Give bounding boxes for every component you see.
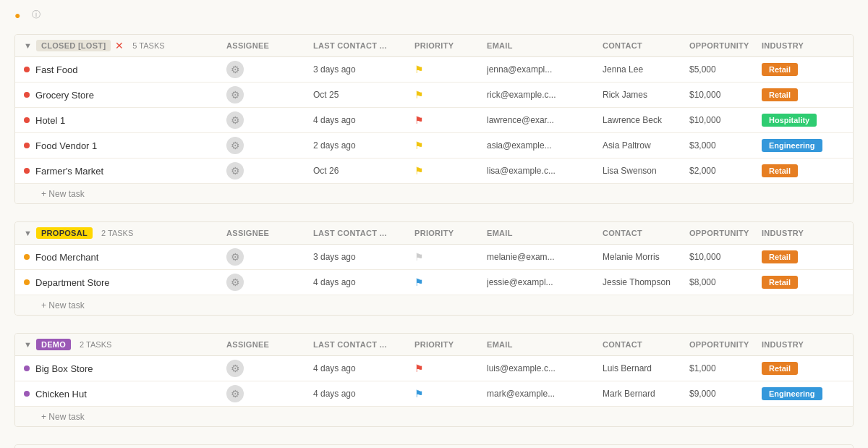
industry-badge: Hospitality xyxy=(762,114,817,127)
assignee-cell: ⚙ xyxy=(226,274,313,291)
email-value: mark@example... xyxy=(487,389,603,399)
grid-view-icon[interactable]: ⊞ xyxy=(848,40,854,51)
priority-cell: ⚑ xyxy=(414,251,487,263)
last-contact-value: 4 days ago xyxy=(313,277,414,287)
assignee-cell: ⚙ xyxy=(226,86,313,103)
assignee-cell: ⚙ xyxy=(226,137,313,154)
priority-cell: ⚑ xyxy=(414,276,487,288)
last-contact-value: 3 days ago xyxy=(313,64,414,75)
section-qualified-prospect: ▼QUALIFIED PROSPECT2 TASKSASSIGNEELAST C… xyxy=(14,444,854,448)
table-row[interactable]: Food Merchant⚙3 days ago⚑melanie@exam...… xyxy=(15,245,853,270)
row-name-cell: Big Box Store xyxy=(24,363,226,374)
col-header-contact: CONTACT xyxy=(603,340,689,349)
row-name-cell: Farmer's Market xyxy=(24,166,226,177)
table-row[interactable]: Fast Food⚙3 days ago⚑jenna@exampl...Jenn… xyxy=(15,57,853,83)
row-name-cell: Department Store xyxy=(24,277,226,288)
priority-cell: ⚑ xyxy=(414,165,487,177)
status-dot xyxy=(24,279,30,285)
table-row[interactable]: Farmer's Market⚙Oct 26⚑lisa@example.c...… xyxy=(15,159,853,184)
industry-cell: Retail xyxy=(762,164,848,177)
collapse-icon[interactable]: ▼ xyxy=(24,229,32,237)
opportunity-value: $10,000 xyxy=(689,115,762,125)
priority-cell: ⚑ xyxy=(414,89,487,101)
assignee-cell: ⚙ xyxy=(226,385,313,402)
grid-view-icon[interactable]: ⊞ xyxy=(848,227,854,239)
opportunity-value: $10,000 xyxy=(689,90,762,100)
col-header-last_contact: LAST CONTACT ... xyxy=(313,229,414,237)
industry-badge: Retail xyxy=(762,164,798,177)
industry-cell: Engineering xyxy=(762,387,848,400)
table-row[interactable]: Department Store⚙4 days ago⚑jessie@examp… xyxy=(15,270,853,295)
col-header-assignee: ASSIGNEE xyxy=(226,41,313,50)
email-value: asia@example... xyxy=(487,140,603,151)
col-header-last_contact: LAST CONTACT ... xyxy=(313,41,414,50)
opportunity-value: $10,000 xyxy=(689,252,762,262)
grid-view-icon[interactable]: ⊞ xyxy=(848,339,854,350)
email-value: lawrence@exar... xyxy=(487,115,603,125)
deal-name: Department Store xyxy=(35,277,110,288)
table-row[interactable]: Big Box Store⚙4 days ago⚑luis@example.c.… xyxy=(15,356,853,381)
email-value: luis@example.c... xyxy=(487,363,603,373)
avatar: ⚙ xyxy=(226,137,244,154)
priority-cell: ⚑ xyxy=(414,64,487,75)
industry-badge: Engineering xyxy=(762,139,822,152)
col-header-email: EMAIL xyxy=(487,340,603,349)
status-dot xyxy=(24,143,30,148)
avatar-gear-icon: ⚙ xyxy=(231,64,240,75)
col-header-email: EMAIL xyxy=(487,41,603,50)
status-dot xyxy=(24,92,30,98)
status-dot xyxy=(24,254,30,260)
deal-name: Hotel 1 xyxy=(35,115,65,126)
new-task-link[interactable]: + New task xyxy=(41,189,85,199)
industry-cell: Retail xyxy=(762,88,848,101)
industry-badge: Retail xyxy=(762,362,798,375)
deal-name: Grocery Store xyxy=(35,90,94,101)
opportunity-value: $3,000 xyxy=(689,140,762,151)
pipeline-icon: ● xyxy=(14,9,20,21)
col-header-opportunity: OPPORTUNITY xyxy=(689,340,762,349)
section-demo: ▼DEMO2 TASKSASSIGNEELAST CONTACT ...PRIO… xyxy=(14,333,854,427)
table-row[interactable]: Chicken Hut⚙4 days ago⚑mark@example...Ma… xyxy=(15,381,853,407)
priority-cell: ⚑ xyxy=(414,388,487,400)
deal-name: Food Merchant xyxy=(35,252,98,263)
avatar: ⚙ xyxy=(226,61,244,78)
col-header-priority: PRIORITY xyxy=(414,41,487,50)
new-task-button[interactable] xyxy=(46,14,55,17)
table-row[interactable]: Grocery Store⚙Oct 25⚑rick@example.c...Ri… xyxy=(15,83,853,108)
task-count: 2 TASKS xyxy=(101,229,133,237)
table-row[interactable]: Hotel 1⚙4 days ago⚑lawrence@exar...Lawre… xyxy=(15,108,853,133)
email-value: melanie@exam... xyxy=(487,252,603,262)
section-title-area: ▼DEMO2 TASKS xyxy=(24,339,226,350)
industry-cell: Retail xyxy=(762,276,848,289)
assignee-cell: ⚙ xyxy=(226,61,313,78)
priority-cell: ⚑ xyxy=(414,140,487,151)
avatar: ⚙ xyxy=(226,360,244,377)
collapse-icon[interactable]: ▼ xyxy=(24,41,32,50)
avatar-gear-icon: ⚙ xyxy=(231,276,240,288)
new-task-row: + New task xyxy=(15,295,853,315)
assignee-cell: ⚙ xyxy=(226,360,313,377)
industry-cell: Retail xyxy=(762,362,848,375)
col-header-opportunity: OPPORTUNITY xyxy=(689,229,762,237)
deal-name: Chicken Hut xyxy=(35,389,87,400)
section-title-area: ▼CLOSED [LOST]✕5 TASKS xyxy=(24,40,226,51)
avatar-gear-icon: ⚙ xyxy=(231,140,240,151)
close-icon[interactable]: ✕ xyxy=(115,40,124,51)
priority-flag-icon: ⚑ xyxy=(414,276,424,288)
contact-value: Mark Bernard xyxy=(603,389,689,399)
row-name-cell: Food Merchant xyxy=(24,252,226,263)
opportunity-value: $8,000 xyxy=(689,277,762,287)
avatar: ⚙ xyxy=(226,86,244,103)
contact-value: Lisa Swenson xyxy=(603,166,689,176)
deal-name: Fast Food xyxy=(35,64,78,75)
section-title-area: ▼PROPOSAL2 TASKS xyxy=(24,227,226,239)
industry-badge: Engineering xyxy=(762,387,822,400)
new-task-link[interactable]: + New task xyxy=(41,300,85,310)
new-task-link[interactable]: + New task xyxy=(41,412,85,422)
collapse-icon[interactable]: ▼ xyxy=(24,340,32,349)
page-header: ● ⓘ xyxy=(0,0,868,24)
info-icon[interactable]: ⓘ xyxy=(32,9,41,21)
table-row[interactable]: Food Vendor 1⚙2 days ago⚑asia@example...… xyxy=(15,133,853,159)
contact-value: Jessie Thompson xyxy=(603,277,689,287)
row-name-cell: Food Vendor 1 xyxy=(24,140,226,151)
